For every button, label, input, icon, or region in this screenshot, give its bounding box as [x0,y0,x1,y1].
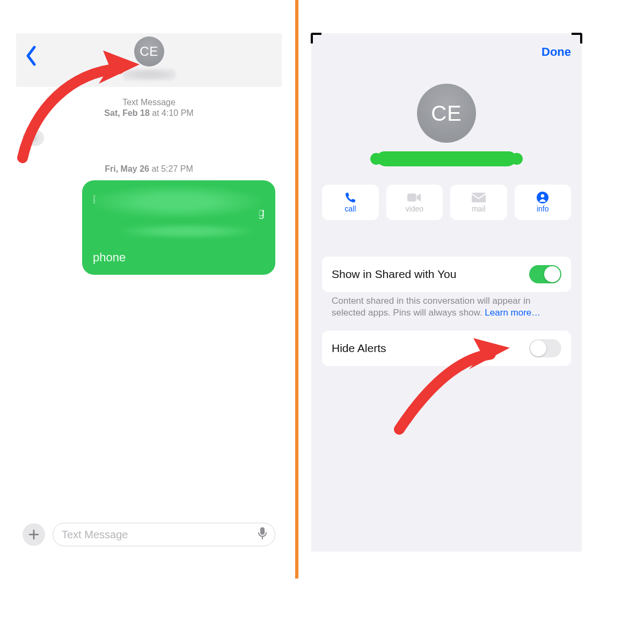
svg-rect-3 [407,194,416,202]
redaction-smudge [28,133,39,143]
messages-thread-screen: CE Text Message Sat, Feb 18 at 4:10 PM F… [16,33,282,548]
compose-bar: Text Message [23,521,275,548]
timestamp-time: 5:27 PM [161,164,193,173]
timestamp-at: at [150,108,162,118]
info-icon [536,192,550,203]
contact-avatar-large[interactable]: CE [417,84,476,143]
incoming-message-bubble[interactable] [23,130,44,146]
contact-name-redacted [122,69,176,80]
timestamp-time: 4:10 PM [162,108,194,118]
redaction-smudge [120,224,254,238]
thread-header: CE [16,33,282,87]
cell-label: Show in Shared with You [332,268,456,281]
toggle-knob [530,340,546,356]
contact-info-sheet: Done CE call video mail [311,33,582,552]
timestamp-date: Sat, Feb 18 [104,108,149,118]
timestamp-date: Fri, May 26 [105,164,149,173]
show-in-shared-cell[interactable]: Show in Shared with You [322,257,571,292]
contact-actions-row: call video mail info [322,185,571,220]
action-label: info [537,204,549,213]
timestamp-line: Fri, May 26 at 5:27 PM [23,164,275,174]
done-button[interactable]: Done [541,45,571,59]
shared-toggle[interactable] [529,265,561,283]
back-button[interactable] [25,45,43,67]
system-text-kind: Text Message [23,98,275,107]
timestamp-at: at [149,164,161,173]
contact-name-redacted [377,151,516,166]
hide-alerts-cell[interactable]: Hide Alerts [322,331,571,366]
contact-avatar[interactable]: CE [134,36,164,67]
phone-icon [343,192,357,203]
video-icon [407,192,421,203]
cell-label: Hide Alerts [332,342,386,355]
shared-footer-note: Content shared in this conversation will… [332,295,561,319]
hide-alerts-toggle[interactable] [529,339,561,357]
action-label: video [406,204,423,213]
svg-rect-0 [260,528,265,535]
action-label: mail [472,204,486,213]
panel-divider [295,0,298,579]
redaction-smudge [94,186,260,218]
toggle-knob [544,266,560,282]
outgoing-message-bubble[interactable]: p x g phone [82,180,275,275]
mail-icon [472,192,486,203]
video-action: video [386,185,443,220]
timestamp-line: Sat, Feb 18 at 4:10 PM [23,108,275,118]
learn-more-link[interactable]: Learn more… [485,308,540,318]
attach-plus-button[interactable] [23,523,45,546]
svg-point-6 [541,194,544,197]
outgoing-text-fragment: phone [93,251,126,264]
microphone-icon[interactable] [258,527,267,543]
svg-rect-4 [472,193,486,202]
message-input-placeholder: Text Message [62,529,128,541]
call-action[interactable]: call [322,185,379,220]
thread-body: Text Message Sat, Feb 18 at 4:10 PM Fri,… [16,87,282,275]
info-action[interactable]: info [515,185,572,220]
action-label: call [345,204,356,213]
message-input[interactable]: Text Message [53,523,275,546]
mail-action: mail [450,185,507,220]
